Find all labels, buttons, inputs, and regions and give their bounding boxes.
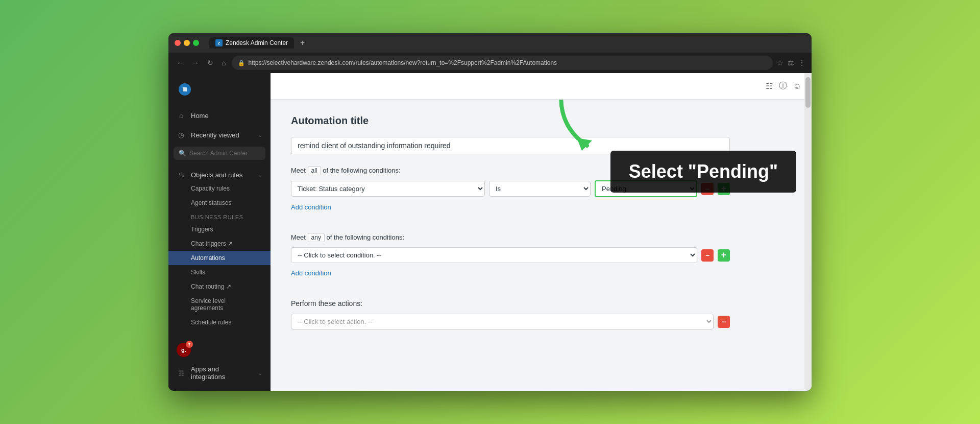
service-level-label: Service levelagreements	[191, 297, 226, 312]
add-condition-any-label: Add condition	[291, 269, 331, 277]
avatar-badge: 7	[186, 341, 193, 348]
sidebar-logo	[168, 73, 271, 106]
sidebar-sub-item-automations[interactable]: Automations	[168, 251, 271, 265]
traffic-lights	[175, 40, 199, 46]
sidebar-sub-item-agent-statuses[interactable]: Agent statuses	[168, 196, 271, 210]
sidebar-sub-item-schedule-rules[interactable]: Schedule rules	[168, 315, 271, 329]
sidebar-item-apps[interactable]: ☶ Apps andintegrations ⌄	[168, 361, 271, 383]
add-condition-row-button[interactable]: +	[718, 183, 730, 195]
new-tab-button[interactable]: +	[296, 38, 309, 48]
sidebar-item-objects-rules[interactable]: ⇆ Objects and rules ⌄	[168, 166, 271, 181]
main-area: ⌂ Home ◷ Recently viewed ⌄ 🔍 ⇆ Objects a…	[168, 73, 812, 391]
maximize-dot[interactable]	[193, 40, 199, 46]
add-condition-all-button[interactable]: Add condition	[291, 201, 331, 213]
all-badge: all	[308, 166, 321, 175]
sidebar-sub-item-chat-routing[interactable]: Chat routing ↗	[168, 279, 271, 294]
skills-label: Skills	[191, 269, 205, 276]
meet-all-header: Meet all of the following conditions:	[291, 167, 791, 174]
sidebar-search-box[interactable]: 🔍	[174, 147, 265, 160]
sidebar: ⌂ Home ◷ Recently viewed ⌄ 🔍 ⇆ Objects a…	[168, 73, 271, 391]
forward-button[interactable]: →	[190, 57, 201, 69]
actions-section: Perform these actions: -- Click to selec…	[291, 299, 791, 329]
address-bar: ← → ↻ ⌂ 🔒 https://selectivehardware.zend…	[168, 53, 812, 73]
sidebar-item-recently-viewed[interactable]: ◷ Recently viewed ⌄	[168, 125, 271, 145]
condition-operator-select[interactable]: Is	[489, 181, 591, 197]
menu-icon[interactable]: ⋮	[798, 59, 805, 67]
sidebar-sub-item-triggers[interactable]: Triggers	[168, 222, 271, 237]
help-icon[interactable]: ⓘ	[779, 81, 787, 91]
page-title: Automation title	[291, 115, 791, 127]
sidebar-sub-item-service-level[interactable]: Service levelagreements	[168, 294, 271, 315]
automations-label: Automations	[191, 254, 225, 262]
active-tab[interactable]: Z Zendesk Admin Center	[209, 37, 294, 49]
search-icon: 🔍	[179, 150, 186, 157]
remove-condition-any-button[interactable]: −	[701, 249, 714, 262]
any-badge: any	[308, 233, 325, 242]
title-bar: Z Zendesk Admin Center +	[168, 33, 812, 53]
condition-row-2: -- Click to select condition. -- − +	[291, 247, 730, 263]
url-text: https://selectivehardware.zendesk.com/ru…	[248, 59, 557, 66]
home-icon: ⌂	[177, 111, 186, 120]
action-select[interactable]: -- Click to select action. --	[291, 314, 714, 329]
objects-rules-chevron: ⌄	[258, 172, 262, 178]
condition-field-select[interactable]: Ticket: Status category	[291, 181, 485, 197]
sidebar-sub-section-business-rules: Business rules	[168, 210, 271, 222]
scrollbar-track[interactable]	[804, 73, 812, 391]
automation-title-input[interactable]	[291, 137, 730, 154]
agent-statuses-label: Agent statuses	[191, 199, 231, 206]
zendesk-logo-icon	[177, 81, 193, 98]
search-input[interactable]	[189, 150, 260, 157]
tab-bar: Z Zendesk Admin Center +	[209, 37, 309, 49]
add-condition-any-row-button[interactable]: +	[718, 249, 730, 262]
sidebar-avatar: g. 7	[177, 343, 262, 357]
schedule-rules-label: Schedule rules	[191, 319, 231, 326]
reload-button[interactable]: ↻	[205, 57, 215, 69]
triggers-label: Triggers	[191, 226, 213, 233]
clock-icon: ◷	[177, 130, 186, 139]
sidebar-sub-item-skills[interactable]: Skills	[168, 265, 271, 279]
condition-any-select[interactable]: -- Click to select condition. --	[291, 247, 697, 263]
apps-chevron: ⌄	[258, 370, 262, 376]
meet-all-conditions-section: Meet all of the following conditions: Ti…	[291, 167, 791, 223]
objects-rules-icon: ⇆	[177, 170, 186, 179]
chat-routing-label: Chat routing ↗	[191, 283, 231, 290]
condition-value-select-pending[interactable]: Pending	[595, 180, 697, 197]
sidebar-item-home[interactable]: ⌂ Home	[168, 106, 271, 125]
home-label: Home	[191, 112, 209, 120]
extensions-icon[interactable]: ⚖	[788, 59, 794, 67]
secure-icon: 🔒	[238, 60, 245, 66]
apps-label: Apps andintegrations	[191, 365, 225, 381]
url-bar[interactable]: 🔒 https://selectivehardware.zendesk.com/…	[232, 56, 773, 70]
add-condition-any-button[interactable]: Add condition	[291, 267, 331, 279]
of-following-label: of the following conditions:	[323, 167, 400, 174]
meet-any-conditions-section: Meet any of the following conditions: --…	[291, 233, 791, 289]
avatar[interactable]: g. 7	[177, 343, 191, 357]
user-icon[interactable]: ☺	[793, 82, 801, 91]
recently-viewed-chevron: ⌄	[258, 132, 262, 138]
actions-header: Perform these actions:	[291, 299, 791, 308]
action-row-1: -- Click to select action. -- −	[291, 314, 730, 329]
meet-any-label: Meet	[291, 233, 306, 241]
remove-action-button[interactable]: −	[718, 316, 730, 328]
remove-condition-1-button[interactable]: −	[701, 183, 714, 195]
apps-icon: ☶	[177, 368, 186, 378]
scrollbar-thumb[interactable]	[805, 77, 811, 108]
back-button[interactable]: ←	[175, 57, 186, 69]
top-header: ☷ ⓘ ☺	[271, 73, 812, 100]
grid-icon[interactable]: ☷	[766, 81, 773, 91]
minimize-dot[interactable]	[184, 40, 190, 46]
of-following-label2: of the following conditions:	[327, 233, 404, 241]
condition-row-1: Ticket: Status category Is Pending − +	[291, 180, 730, 197]
bookmark-icon[interactable]: ☆	[777, 59, 783, 67]
content-scroll: Automation title Meet all of the followi…	[271, 100, 812, 391]
meet-label: Meet	[291, 167, 306, 174]
sidebar-sub-item-chat-triggers[interactable]: Chat triggers ↗	[168, 237, 271, 251]
sidebar-sub-item-capacity-rules[interactable]: Capacity rules	[168, 181, 271, 196]
recently-viewed-label: Recently viewed	[191, 131, 239, 139]
address-bar-actions: ☆ ⚖ ⋮	[777, 59, 805, 67]
close-dot[interactable]	[175, 40, 181, 46]
home-button[interactable]: ⌂	[219, 57, 228, 69]
business-rules-label: Business rules	[191, 214, 243, 220]
capacity-rules-label: Capacity rules	[191, 185, 230, 192]
tab-favicon: Z	[215, 39, 223, 46]
